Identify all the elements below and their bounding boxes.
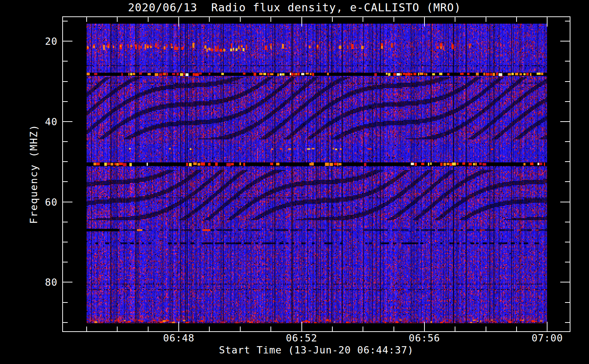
y-minor-tick (565, 21, 570, 21)
y-major-tick (63, 121, 72, 122)
y-major-tick (560, 202, 570, 202)
x-minor-tick (86, 327, 87, 331)
y-minor-tick (63, 222, 68, 222)
y-minor-tick (565, 61, 570, 62)
y-minor-tick (565, 81, 570, 82)
y-minor-tick (565, 161, 570, 162)
x-minor-tick (148, 17, 149, 22)
x-minor-tick (363, 17, 363, 22)
spectrogram-image (87, 24, 547, 323)
y-tick-label: 40 (32, 116, 58, 127)
y-minor-tick (565, 141, 570, 142)
x-tick-label: 07:00 (531, 332, 563, 344)
x-minor-tick (516, 327, 517, 331)
x-major-tick (301, 17, 302, 27)
y-major-tick (63, 282, 72, 282)
x-minor-tick (332, 327, 333, 331)
y-minor-tick (63, 61, 68, 62)
y-major-tick (560, 282, 570, 282)
x-minor-tick (394, 17, 394, 22)
x-major-tick (301, 322, 302, 331)
x-minor-tick (209, 327, 210, 331)
y-minor-tick (63, 242, 68, 242)
y-major-tick (560, 41, 570, 41)
x-axis-label: Start Time (13-Jun-20 06:44:37) (62, 344, 570, 356)
x-minor-tick (394, 327, 394, 331)
y-tick-label: 20 (32, 36, 58, 47)
y-minor-tick (565, 181, 570, 182)
x-minor-tick (455, 17, 455, 22)
y-minor-tick (63, 141, 68, 142)
y-axis-label: Frequency (MHZ) (28, 124, 39, 224)
x-tick-label: 06:48 (163, 332, 194, 344)
y-minor-tick (63, 101, 68, 102)
y-minor-tick (63, 81, 68, 82)
y-minor-tick (565, 222, 570, 222)
x-major-tick (178, 17, 179, 27)
x-major-tick (178, 322, 179, 331)
x-minor-tick (486, 17, 486, 22)
x-major-tick (547, 322, 548, 331)
x-major-tick (547, 17, 548, 27)
y-minor-tick (63, 161, 68, 162)
y-minor-tick (565, 262, 570, 262)
y-minor-tick (63, 262, 68, 262)
y-minor-tick (565, 302, 570, 303)
x-tick-label: 06:56 (409, 332, 440, 344)
y-major-tick (63, 202, 72, 202)
x-minor-tick (455, 327, 455, 331)
x-minor-tick (240, 327, 241, 331)
x-minor-tick (148, 327, 149, 331)
y-tick-label: 60 (32, 196, 58, 207)
x-minor-tick (270, 327, 271, 331)
y-minor-tick (565, 322, 570, 323)
y-minor-tick (565, 242, 570, 242)
y-minor-tick (63, 181, 68, 182)
x-minor-tick (332, 17, 333, 22)
x-minor-tick (209, 17, 210, 22)
x-minor-tick (117, 17, 118, 22)
plot-area (62, 16, 570, 332)
x-minor-tick (86, 17, 87, 22)
y-minor-tick (565, 101, 570, 102)
x-minor-tick (486, 327, 486, 331)
y-minor-tick (63, 322, 68, 323)
x-major-tick (424, 322, 425, 331)
callisto-spectrogram-page: 2020/06/13 Radio flux density, e-CALLIST… (0, 0, 589, 364)
x-major-tick (424, 17, 425, 27)
x-minor-tick (363, 327, 363, 331)
x-tick-label: 06:52 (286, 332, 317, 344)
y-tick-label: 80 (32, 277, 58, 288)
x-minor-tick (117, 327, 118, 331)
y-major-tick (63, 41, 72, 41)
x-minor-tick (516, 17, 517, 22)
y-minor-tick (63, 21, 68, 21)
y-minor-tick (63, 302, 68, 303)
x-minor-tick (240, 17, 241, 22)
x-minor-tick (270, 17, 271, 22)
chart-title: 2020/06/13 Radio flux density, e-CALLIST… (40, 1, 549, 14)
y-major-tick (560, 121, 570, 122)
